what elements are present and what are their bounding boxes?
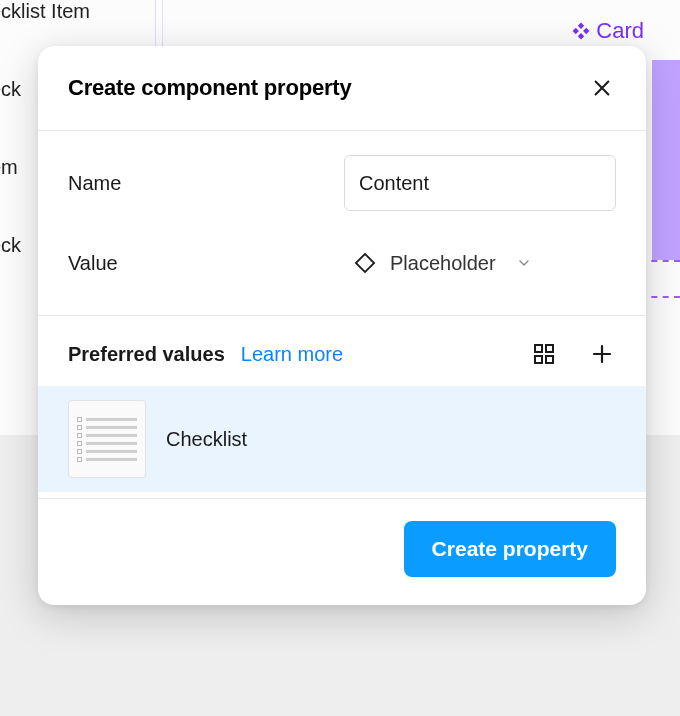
preferred-values-header: Preferred values Learn more <box>38 316 646 386</box>
dialog-footer: Create property <box>38 498 646 605</box>
value-select[interactable]: Placeholder <box>344 235 616 291</box>
preferred-value-item[interactable]: Checklist <box>38 386 646 492</box>
value-label: Value <box>68 252 118 275</box>
component-icon <box>572 22 590 40</box>
value-selected-text: Placeholder <box>390 252 496 275</box>
canvas-label-em: em <box>0 156 18 179</box>
name-row: Name <box>68 155 616 211</box>
plus-icon <box>590 342 614 366</box>
close-icon <box>591 77 613 99</box>
preferred-value-thumbnail <box>68 400 146 478</box>
svg-rect-1 <box>573 28 579 34</box>
canvas-dashed-guide-2 <box>640 296 680 298</box>
grid-icon <box>532 342 556 366</box>
svg-rect-5 <box>535 345 542 352</box>
preferred-values-title: Preferred values <box>68 343 225 366</box>
name-label: Name <box>68 172 121 195</box>
dialog-title: Create component property <box>68 75 352 101</box>
svg-rect-3 <box>578 33 584 39</box>
canvas-label-eck-1: eck <box>0 78 21 101</box>
svg-rect-4 <box>356 254 374 272</box>
create-component-property-dialog: Create component property Name Value Pla… <box>38 46 646 605</box>
canvas-dashed-guide-1 <box>640 260 680 262</box>
canvas-component-tag-label: Card <box>596 18 644 44</box>
name-input[interactable] <box>344 155 616 211</box>
svg-rect-2 <box>583 28 589 34</box>
add-value-button[interactable] <box>588 340 616 368</box>
svg-rect-8 <box>546 356 553 363</box>
grid-view-button[interactable] <box>530 340 558 368</box>
svg-rect-7 <box>535 356 542 363</box>
canvas-label-eck-2: eck <box>0 234 21 257</box>
close-button[interactable] <box>588 74 616 102</box>
canvas-selected-frame-edge <box>652 60 680 260</box>
chevron-down-icon <box>516 255 532 271</box>
canvas-label-checklist-item: ecklist Item <box>0 0 90 23</box>
preferred-value-label: Checklist <box>166 428 247 451</box>
canvas-component-tag-card[interactable]: Card <box>572 18 644 44</box>
create-property-button[interactable]: Create property <box>404 521 616 577</box>
learn-more-link[interactable]: Learn more <box>241 343 343 366</box>
dialog-header: Create component property <box>38 46 646 131</box>
value-row: Value Placeholder <box>68 235 616 291</box>
svg-rect-0 <box>578 23 584 29</box>
dialog-form-section: Name Value Placeholder <box>38 131 646 315</box>
diamond-icon <box>354 252 376 274</box>
svg-rect-6 <box>546 345 553 352</box>
